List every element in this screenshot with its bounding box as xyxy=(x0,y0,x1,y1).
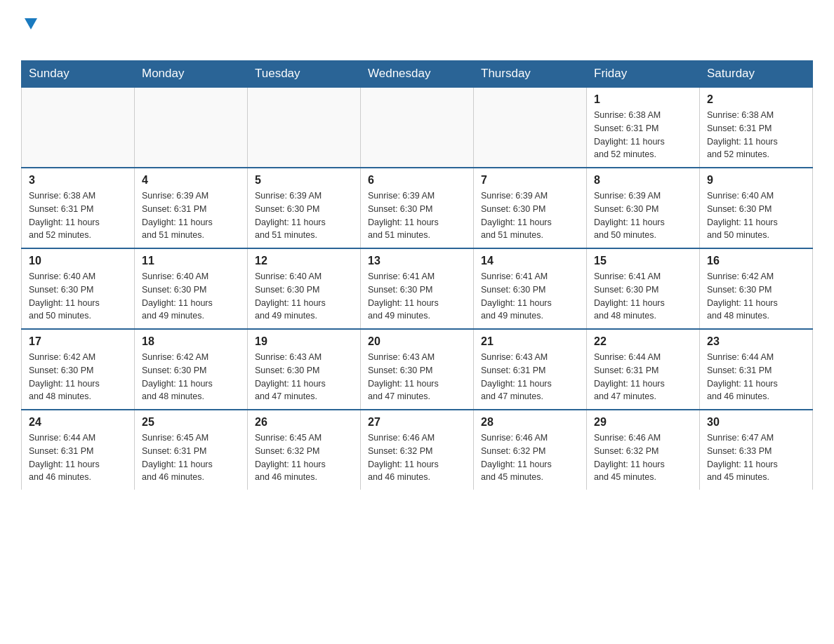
day-number: 20 xyxy=(368,335,466,348)
day-info: Sunrise: 6:43 AMSunset: 6:30 PMDaylight:… xyxy=(368,351,466,403)
day-info: Sunrise: 6:46 AMSunset: 6:32 PMDaylight:… xyxy=(481,431,579,484)
day-number: 6 xyxy=(368,174,466,187)
day-number: 2 xyxy=(707,93,805,106)
day-number: 12 xyxy=(255,255,353,267)
day-number: 15 xyxy=(594,255,692,267)
day-info: Sunrise: 6:41 AMSunset: 6:30 PMDaylight:… xyxy=(368,270,466,323)
calendar-cell: 1Sunrise: 6:38 AMSunset: 6:31 PMDaylight… xyxy=(587,87,700,168)
day-info: Sunrise: 6:40 AMSunset: 6:30 PMDaylight:… xyxy=(255,270,353,323)
day-info: Sunrise: 6:42 AMSunset: 6:30 PMDaylight:… xyxy=(142,351,240,403)
calendar-cell: 20Sunrise: 6:43 AMSunset: 6:30 PMDayligh… xyxy=(361,329,474,410)
calendar-cell: 7Sunrise: 6:39 AMSunset: 6:30 PMDaylight… xyxy=(474,168,587,248)
calendar-cell: 4Sunrise: 6:39 AMSunset: 6:31 PMDaylight… xyxy=(135,168,248,248)
day-number: 3 xyxy=(29,174,127,187)
calendar-cell xyxy=(248,87,361,168)
calendar-week-row: 3Sunrise: 6:38 AMSunset: 6:31 PMDaylight… xyxy=(22,168,813,248)
calendar-cell: 29Sunrise: 6:46 AMSunset: 6:32 PMDayligh… xyxy=(587,410,700,490)
logo xyxy=(21,14,37,53)
calendar-cell: 9Sunrise: 6:40 AMSunset: 6:30 PMDaylight… xyxy=(700,168,813,248)
calendar-cell: 15Sunrise: 6:41 AMSunset: 6:30 PMDayligh… xyxy=(587,248,700,329)
calendar-cell: 14Sunrise: 6:41 AMSunset: 6:30 PMDayligh… xyxy=(474,248,587,329)
day-info: Sunrise: 6:43 AMSunset: 6:30 PMDaylight:… xyxy=(255,351,353,403)
calendar-cell: 25Sunrise: 6:45 AMSunset: 6:31 PMDayligh… xyxy=(135,410,248,490)
calendar-cell: 6Sunrise: 6:39 AMSunset: 6:30 PMDaylight… xyxy=(361,168,474,248)
calendar-cell: 13Sunrise: 6:41 AMSunset: 6:30 PMDayligh… xyxy=(361,248,474,329)
day-number: 22 xyxy=(594,335,692,348)
day-info: Sunrise: 6:47 AMSunset: 6:33 PMDaylight:… xyxy=(707,431,805,484)
day-info: Sunrise: 6:44 AMSunset: 6:31 PMDaylight:… xyxy=(29,431,127,484)
day-info: Sunrise: 6:40 AMSunset: 6:30 PMDaylight:… xyxy=(707,189,805,242)
calendar-cell: 23Sunrise: 6:44 AMSunset: 6:31 PMDayligh… xyxy=(700,329,813,410)
day-number: 9 xyxy=(707,174,805,187)
calendar-cell: 22Sunrise: 6:44 AMSunset: 6:31 PMDayligh… xyxy=(587,329,700,410)
calendar-cell: 30Sunrise: 6:47 AMSunset: 6:33 PMDayligh… xyxy=(700,410,813,490)
day-number: 23 xyxy=(707,335,805,348)
calendar-cell xyxy=(135,87,248,168)
page-header xyxy=(21,14,813,53)
day-info: Sunrise: 6:39 AMSunset: 6:30 PMDaylight:… xyxy=(594,189,692,242)
calendar-cell: 18Sunrise: 6:42 AMSunset: 6:30 PMDayligh… xyxy=(135,329,248,410)
calendar-cell: 2Sunrise: 6:38 AMSunset: 6:31 PMDaylight… xyxy=(700,87,813,168)
weekday-header-wednesday: Wednesday xyxy=(361,61,474,88)
day-number: 1 xyxy=(594,93,692,106)
day-info: Sunrise: 6:40 AMSunset: 6:30 PMDaylight:… xyxy=(29,270,127,323)
calendar-cell: 12Sunrise: 6:40 AMSunset: 6:30 PMDayligh… xyxy=(248,248,361,329)
calendar-week-row: 1Sunrise: 6:38 AMSunset: 6:31 PMDaylight… xyxy=(22,87,813,168)
day-number: 11 xyxy=(142,255,240,267)
day-info: Sunrise: 6:46 AMSunset: 6:32 PMDaylight:… xyxy=(594,431,692,484)
calendar-week-row: 24Sunrise: 6:44 AMSunset: 6:31 PMDayligh… xyxy=(22,410,813,490)
day-info: Sunrise: 6:39 AMSunset: 6:30 PMDaylight:… xyxy=(481,189,579,242)
day-info: Sunrise: 6:44 AMSunset: 6:31 PMDaylight:… xyxy=(707,351,805,403)
day-info: Sunrise: 6:38 AMSunset: 6:31 PMDaylight:… xyxy=(707,109,805,161)
calendar-cell: 16Sunrise: 6:42 AMSunset: 6:30 PMDayligh… xyxy=(700,248,813,329)
weekday-header-thursday: Thursday xyxy=(474,61,587,88)
day-number: 7 xyxy=(481,174,579,187)
day-info: Sunrise: 6:39 AMSunset: 6:30 PMDaylight:… xyxy=(368,189,466,242)
day-number: 26 xyxy=(255,416,353,429)
calendar-cell: 19Sunrise: 6:43 AMSunset: 6:30 PMDayligh… xyxy=(248,329,361,410)
day-info: Sunrise: 6:45 AMSunset: 6:32 PMDaylight:… xyxy=(255,431,353,484)
day-number: 25 xyxy=(142,416,240,429)
day-number: 10 xyxy=(29,255,127,267)
day-info: Sunrise: 6:42 AMSunset: 6:30 PMDaylight:… xyxy=(29,351,127,403)
day-number: 18 xyxy=(142,335,240,348)
weekday-header-row: SundayMondayTuesdayWednesdayThursdayFrid… xyxy=(22,61,813,88)
weekday-header-tuesday: Tuesday xyxy=(248,61,361,88)
day-number: 17 xyxy=(29,335,127,348)
day-info: Sunrise: 6:40 AMSunset: 6:30 PMDaylight:… xyxy=(142,270,240,323)
day-info: Sunrise: 6:41 AMSunset: 6:30 PMDaylight:… xyxy=(594,270,692,323)
day-number: 29 xyxy=(594,416,692,429)
day-info: Sunrise: 6:38 AMSunset: 6:31 PMDaylight:… xyxy=(29,189,127,242)
calendar-cell xyxy=(22,87,135,168)
day-number: 16 xyxy=(707,255,805,267)
calendar-cell: 3Sunrise: 6:38 AMSunset: 6:31 PMDaylight… xyxy=(22,168,135,248)
weekday-header-sunday: Sunday xyxy=(22,61,135,88)
day-number: 19 xyxy=(255,335,353,348)
day-number: 24 xyxy=(29,416,127,429)
day-number: 28 xyxy=(481,416,579,429)
day-info: Sunrise: 6:43 AMSunset: 6:31 PMDaylight:… xyxy=(481,351,579,403)
day-info: Sunrise: 6:39 AMSunset: 6:30 PMDaylight:… xyxy=(255,189,353,242)
day-number: 13 xyxy=(368,255,466,267)
weekday-header-monday: Monday xyxy=(135,61,248,88)
day-info: Sunrise: 6:46 AMSunset: 6:32 PMDaylight:… xyxy=(368,431,466,484)
calendar-cell xyxy=(361,87,474,168)
calendar-cell: 17Sunrise: 6:42 AMSunset: 6:30 PMDayligh… xyxy=(22,329,135,410)
calendar-cell xyxy=(474,87,587,168)
weekday-header-saturday: Saturday xyxy=(700,61,813,88)
day-info: Sunrise: 6:44 AMSunset: 6:31 PMDaylight:… xyxy=(594,351,692,403)
calendar-cell: 5Sunrise: 6:39 AMSunset: 6:30 PMDaylight… xyxy=(248,168,361,248)
day-number: 4 xyxy=(142,174,240,187)
day-number: 8 xyxy=(594,174,692,187)
calendar-week-row: 17Sunrise: 6:42 AMSunset: 6:30 PMDayligh… xyxy=(22,329,813,410)
day-number: 27 xyxy=(368,416,466,429)
calendar-cell: 24Sunrise: 6:44 AMSunset: 6:31 PMDayligh… xyxy=(22,410,135,490)
day-number: 5 xyxy=(255,174,353,187)
calendar-cell: 21Sunrise: 6:43 AMSunset: 6:31 PMDayligh… xyxy=(474,329,587,410)
day-number: 14 xyxy=(481,255,579,267)
day-number: 21 xyxy=(481,335,579,348)
day-info: Sunrise: 6:42 AMSunset: 6:30 PMDaylight:… xyxy=(707,270,805,323)
day-info: Sunrise: 6:45 AMSunset: 6:31 PMDaylight:… xyxy=(142,431,240,484)
logo-triangle-icon xyxy=(25,18,37,29)
calendar-week-row: 10Sunrise: 6:40 AMSunset: 6:30 PMDayligh… xyxy=(22,248,813,329)
